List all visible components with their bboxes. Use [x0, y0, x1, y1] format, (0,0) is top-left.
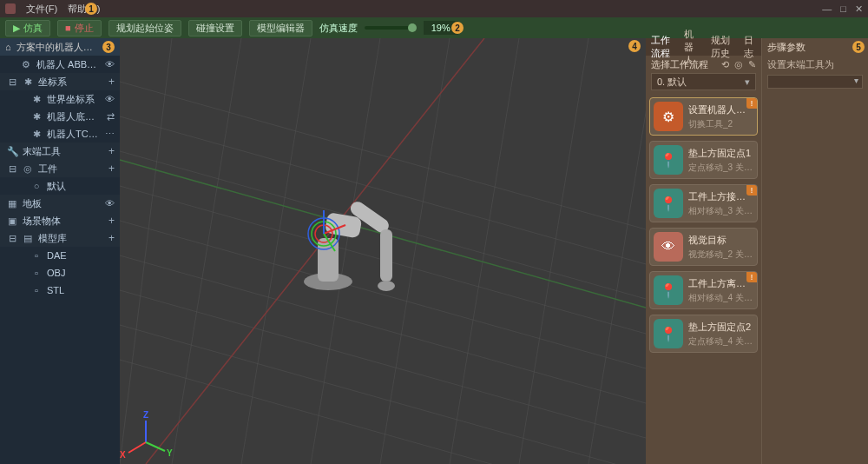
refresh-icon[interactable]: ⟲	[721, 59, 729, 70]
tree-item-label: 工件	[38, 162, 103, 176]
file-icon: ▫	[31, 285, 42, 295]
tree-item-label: 末端工具	[23, 145, 103, 158]
tree-item-robot-base-cs[interactable]: ✱ 机器人底座坐... ⇄	[0, 108, 120, 125]
svg-line-6	[120, 290, 646, 438]
file-icon: ▫	[31, 268, 42, 278]
tool-icon: 🔧	[7, 146, 17, 157]
scene-tree-panel: ⌂ 方案中的机器人路径... 3 ⚙ 机器人 ABB_CRB... 👁 ⊟ ✱ …	[0, 38, 120, 464]
properties-header: 步骤参数 5	[762, 38, 868, 56]
simulate-button[interactable]: ▶ 仿真	[5, 20, 50, 36]
menu-file[interactable]: 文件(F)	[26, 3, 57, 16]
home-icon: ⌂	[5, 42, 11, 52]
visibility-icon[interactable]: 👁	[105, 59, 115, 70]
tree-item-robot-tcp-cs[interactable]: ✱ 机器人TCP坐... ⋯	[0, 125, 120, 143]
tree-item-stl[interactable]: ▫ STL	[0, 282, 120, 299]
step-title: 设置机器人末端工具	[688, 103, 753, 116]
tree-item-obj[interactable]: ▫ OBJ	[0, 264, 120, 282]
cube-icon: ▣	[7, 215, 17, 227]
workflow-step[interactable]: 📍垫上方固定点1定点移动_3 关节运动	[649, 141, 758, 179]
tree-item-label: OBJ	[47, 268, 115, 278]
tree-item-world-cs[interactable]: ✱ 世界坐标系 👁	[0, 90, 120, 108]
tree-group-model-lib[interactable]: ⊟ ▤ 模型库 +	[0, 229, 120, 247]
properties-panel: 步骤参数 5 设置末端工具为	[761, 38, 868, 464]
link-icon[interactable]: ⇄	[107, 111, 115, 123]
step-title: 视觉目标	[688, 234, 753, 247]
svg-text:Z: Z	[143, 410, 148, 420]
edit-icon[interactable]: ✎	[748, 59, 756, 70]
add-icon[interactable]: +	[108, 145, 115, 157]
annotation-2: 2	[451, 22, 464, 34]
collapse-icon[interactable]: ⊟	[7, 76, 17, 88]
workflow-combo[interactable]: 0. 默认	[651, 73, 756, 90]
property-tool-combo[interactable]	[767, 75, 863, 89]
robot-icon: ⚙	[21, 59, 31, 70]
pin-step-icon: 📍	[654, 319, 683, 348]
minimize-icon[interactable]: —	[822, 3, 832, 14]
svg-line-18	[146, 38, 484, 464]
tree-item-scene-objects[interactable]: ▣ 场景物体 +	[0, 212, 120, 229]
close-icon[interactable]: ✕	[855, 3, 863, 15]
library-icon: ▤	[23, 233, 33, 244]
svg-line-0	[120, 82, 646, 229]
property-row-tool: 设置末端工具为	[762, 56, 868, 73]
add-icon[interactable]: +	[108, 215, 115, 227]
visibility-icon[interactable]: 👁	[105, 94, 115, 104]
viewport-3d[interactable]: Z X Y 4	[120, 38, 646, 464]
tree-group-coordinates[interactable]: ⊟ ✱ 坐标系 +	[0, 73, 120, 90]
tab-log[interactable]: 日志	[744, 34, 756, 60]
tree-group-workpiece[interactable]: ⊟ ◎ 工件 +	[0, 160, 120, 177]
add-icon[interactable]: +	[108, 162, 115, 175]
tab-robot[interactable]: 机器人	[684, 28, 702, 67]
pin-step-icon: 📍	[654, 275, 683, 305]
svg-line-15	[519, 38, 589, 464]
axes-icon: ✱	[31, 111, 42, 123]
workflow-panel: 工作流程 机器人 规划历史 日志 选择工作流程 ⟲ ◎ ✎ 0. 默认 ⚙设置机…	[646, 38, 761, 464]
tab-workflow[interactable]: 工作流程	[651, 34, 675, 60]
step-title: 垫上方固定点1	[688, 147, 753, 160]
step-subtitle: 定点移动_3 关节运动	[688, 162, 753, 174]
workflow-step[interactable]: ⚙设置机器人末端工具切换工具_2!	[649, 97, 758, 136]
step-subtitle: 定点移动_4 关节运动	[688, 335, 753, 348]
property-row-tool-value	[762, 73, 868, 90]
annotation-3: 3	[102, 41, 115, 53]
svg-line-9	[120, 38, 172, 464]
app-icon	[5, 3, 16, 14]
axes-icon: ✱	[23, 76, 33, 88]
right-panel: 工作流程 机器人 规划历史 日志 选择工作流程 ⟲ ◎ ✎ 0. 默认 ⚙设置机…	[646, 38, 868, 464]
collision-settings-button[interactable]: 碰撞设置	[188, 20, 242, 36]
workflow-steps: ⚙设置机器人末端工具切换工具_2!📍垫上方固定点1定点移动_3 关节运动📍工件上…	[646, 94, 761, 464]
slider-knob[interactable]	[408, 23, 417, 32]
plan-init-pose-button[interactable]: 规划起始位姿	[108, 20, 181, 36]
tree-item-dae[interactable]: ▫ DAE	[0, 247, 120, 264]
tree-item-robot[interactable]: ⚙ 机器人 ABB_CRB... 👁	[0, 56, 120, 73]
workflow-step[interactable]: 👁视觉目标视觉移动_2 关节运动	[649, 228, 758, 266]
annotation-4: 4	[628, 40, 641, 52]
tree-item-label: 机器人底座坐...	[47, 110, 102, 123]
step-title: 工件上方离开点	[688, 277, 753, 290]
tab-plan-history[interactable]: 规划历史	[711, 34, 735, 60]
svg-point-24	[378, 281, 395, 291]
target-icon[interactable]: ◎	[734, 59, 743, 70]
toolbar: ▶ 仿真 ■ 停止 规划起始位姿 碰撞设置 模型编辑器 仿真速度 19% 2	[0, 17, 868, 38]
property-label: 设置末端工具为	[767, 58, 834, 71]
warning-icon: !	[746, 98, 757, 109]
workflow-step[interactable]: 📍垫上方固定点2定点移动_4 关节运动	[649, 315, 758, 353]
tree-item-label: STL	[47, 285, 115, 295]
stop-button[interactable]: ■ 停止	[57, 20, 102, 36]
more-icon[interactable]: ⋯	[105, 129, 115, 140]
add-icon[interactable]: +	[108, 232, 115, 244]
tree-item-default-workpiece[interactable]: ○ 默认	[0, 177, 120, 195]
tree-group-tool[interactable]: 🔧 末端工具 +	[0, 143, 120, 160]
model-editor-button[interactable]: 模型编辑器	[249, 20, 312, 36]
workflow-step[interactable]: 📍工件上方接近点相对移动_3 关节运动!	[649, 184, 758, 222]
maximize-icon[interactable]: □	[840, 3, 846, 14]
collapse-icon[interactable]: ⊟	[7, 233, 17, 244]
workflow-step[interactable]: 📍工件上方离开点相对移动_4 关节运动!	[649, 271, 758, 309]
floor-icon: ▦	[7, 198, 17, 209]
visibility-icon[interactable]: 👁	[105, 198, 115, 209]
add-icon[interactable]: +	[108, 76, 115, 88]
svg-text:X: X	[120, 450, 126, 460]
sim-speed-slider[interactable]	[365, 26, 417, 30]
collapse-icon[interactable]: ⊟	[7, 163, 17, 175]
tree-item-floor[interactable]: ▦ 地板 👁	[0, 195, 120, 212]
